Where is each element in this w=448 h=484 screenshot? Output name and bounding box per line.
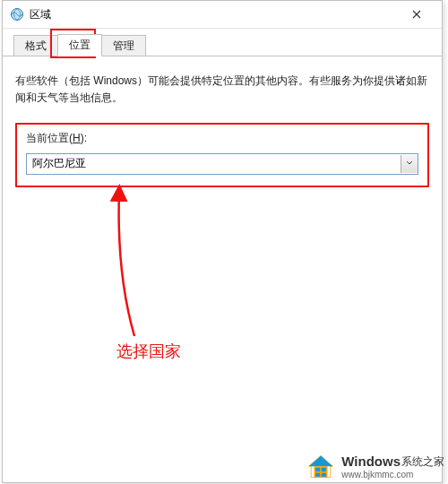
watermark: Windows 系统之家 www.bjkmmc.com <box>306 454 444 480</box>
annotation-text: 选择国家 <box>116 341 181 362</box>
loc-label-suffix: ): <box>81 132 87 144</box>
description-text: 有些软件（包括 Windows）可能会提供特定位置的其他内容。有些服务为你提供诸… <box>15 73 429 107</box>
titlebar: 区域 <box>3 1 442 29</box>
loc-label-key: H <box>73 132 81 144</box>
watermark-brand-cn: 系统之家 <box>401 456 444 468</box>
close-button[interactable] <box>399 2 435 27</box>
tab-admin[interactable]: 管理 <box>101 35 146 56</box>
tab-row: 格式 位置 管理 <box>3 34 442 56</box>
tab-location[interactable]: 位置 <box>57 34 102 56</box>
annotation-location-highlight: 当前位置(H): 阿尔巴尼亚 <box>15 123 429 186</box>
svg-rect-4 <box>315 473 320 477</box>
close-icon <box>412 10 421 19</box>
globe-icon <box>10 7 24 22</box>
tab-content: 有些软件（包括 Windows）可能会提供特定位置的其他内容。有些服务为你提供诸… <box>3 56 442 484</box>
loc-label-prefix: 当前位置( <box>26 132 73 144</box>
dialog-title: 区域 <box>30 7 399 22</box>
svg-rect-2 <box>315 468 320 471</box>
watermark-brand: Windows <box>341 454 401 470</box>
tab-format[interactable]: 格式 <box>13 35 58 56</box>
house-icon <box>306 454 336 480</box>
region-dialog: 区域 格式 位置 管理 有些软件（包括 Windows）可能会提供特定位置的其他… <box>2 0 443 483</box>
watermark-text: Windows 系统之家 www.bjkmmc.com <box>341 454 444 480</box>
country-select[interactable]: 阿尔巴尼亚 <box>26 153 418 175</box>
watermark-url: www.bjkmmc.com <box>341 470 444 480</box>
dropdown-button[interactable] <box>401 155 418 173</box>
svg-rect-5 <box>322 473 326 477</box>
chevron-down-icon <box>406 157 413 169</box>
svg-rect-3 <box>322 468 326 471</box>
country-select-value: 阿尔巴尼亚 <box>27 155 401 172</box>
current-location-label: 当前位置(H): <box>26 130 418 147</box>
